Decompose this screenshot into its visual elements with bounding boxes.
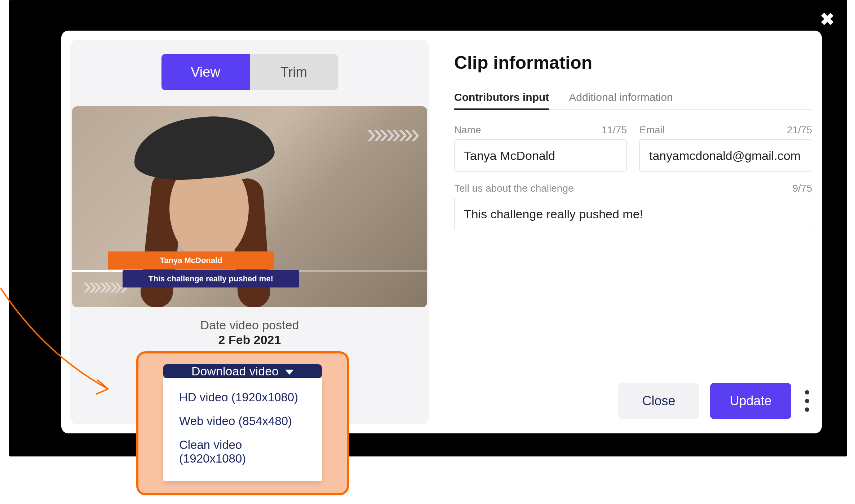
field-row: Name 11/75 Email 21/75 [454, 124, 812, 172]
field-count: 9/75 [793, 183, 812, 194]
annotation-arrow-icon [0, 277, 144, 422]
overlay-name-banner: Tanya McDonald [108, 251, 274, 269]
overlay-quote-banner: This challenge really pushed me! [123, 270, 299, 287]
download-option-hd[interactable]: HD video (1920x1080) [163, 385, 322, 409]
download-option-clean[interactable]: Clean video (1920x1080) [163, 433, 322, 470]
field-label: Name [454, 124, 481, 136]
info-tabs: Contributors input Additional informatio… [454, 91, 812, 110]
download-menu: HD video (1920x1080) Web video (854x480)… [163, 378, 322, 481]
field-name: Name 11/75 [454, 124, 627, 172]
update-button[interactable]: Update [710, 383, 791, 419]
tab-additional-information[interactable]: Additional information [569, 91, 673, 110]
challenge-input[interactable] [454, 198, 812, 230]
download-highlight: Download video HD video (1920x1080) Web … [136, 351, 349, 495]
panel-title: Clip information [454, 52, 812, 73]
footer-actions: Close Update [454, 383, 812, 419]
tab-view[interactable]: View [161, 54, 250, 90]
field-label: Tell us about the challenge [454, 183, 574, 194]
field-challenge: Tell us about the challenge 9/75 [454, 183, 812, 383]
media-tab-group: View Trim [161, 54, 338, 90]
close-icon[interactable]: ✖ [820, 9, 834, 29]
download-option-web[interactable]: Web video (854x480) [163, 409, 322, 433]
field-label: Email [639, 124, 665, 136]
field-count: 11/75 [602, 124, 627, 136]
tab-contributors-input[interactable]: Contributors input [454, 91, 549, 110]
info-panel: Clip information Contributors input Addi… [438, 31, 832, 433]
download-video-label: Download video [191, 364, 279, 378]
tab-trim[interactable]: Trim [250, 54, 338, 90]
chevron-down-icon [285, 370, 294, 375]
date-value: 2 Feb 2021 [200, 333, 299, 347]
email-input[interactable] [639, 139, 812, 172]
thumbnail-decor [131, 111, 276, 184]
field-count: 21/75 [787, 124, 812, 136]
download-video-button[interactable]: Download video [163, 364, 322, 378]
chevron-decor-icon: »»»» [367, 117, 416, 150]
date-block: Date video posted 2 Feb 2021 [200, 318, 299, 347]
name-input[interactable] [454, 139, 627, 172]
close-button[interactable]: Close [618, 383, 699, 419]
more-actions-icon[interactable] [802, 390, 812, 412]
field-email: Email 21/75 [639, 124, 812, 172]
date-label: Date video posted [200, 318, 299, 332]
